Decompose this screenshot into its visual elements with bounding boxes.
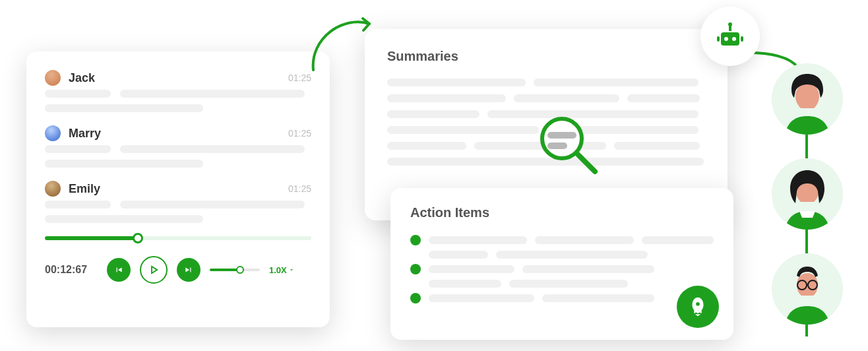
avatar (45, 125, 61, 141)
speaker-name: Jack (69, 71, 288, 85)
person-avatar (772, 253, 843, 325)
timestamp: 01:25 (288, 128, 311, 139)
svg-point-6 (732, 37, 736, 41)
avatar (45, 70, 61, 86)
progress-thumb[interactable] (133, 233, 143, 243)
ai-robot-badge (700, 7, 760, 66)
svg-point-8 (728, 22, 732, 26)
play-button[interactable] (140, 256, 168, 284)
transcript-card: Jack 01:25 Marry 01:25 Emily 01:25 00:12… (26, 51, 330, 327)
skip-prev-button[interactable] (107, 258, 131, 282)
rocket-button[interactable] (677, 286, 719, 328)
avatar (45, 181, 61, 197)
speaker-name: Marry (69, 127, 288, 141)
playback-progress[interactable] (45, 236, 311, 240)
action-items-card: Action Items (390, 188, 733, 340)
svg-rect-10 (741, 36, 743, 42)
bullet-icon (410, 235, 421, 245)
player-controls: 00:12:67 1.0X (45, 256, 311, 284)
rocket-icon (687, 296, 709, 318)
svg-rect-7 (729, 26, 731, 31)
bullet-icon (410, 293, 421, 303)
speaker-name: Emily (69, 182, 288, 196)
skip-next-button[interactable] (177, 258, 201, 282)
skip-prev-icon (114, 265, 123, 274)
arrow-connector (307, 12, 379, 71)
svg-point-5 (724, 37, 728, 41)
action-items-title: Action Items (410, 205, 714, 220)
svg-rect-4 (721, 32, 739, 46)
svg-rect-9 (717, 36, 720, 42)
summaries-title: Summaries (387, 49, 705, 64)
speed-selector[interactable]: 1.0X (269, 265, 295, 275)
transcript-entry: Marry 01:25 (45, 125, 311, 168)
timestamp: 01:25 (288, 73, 311, 83)
magnify-icon (536, 112, 602, 178)
skip-next-icon (184, 265, 193, 274)
svg-rect-1 (547, 132, 576, 139)
people-list (772, 63, 843, 325)
speed-label: 1.0X (269, 265, 287, 275)
timestamp: 01:25 (288, 183, 311, 194)
action-item-row (410, 264, 714, 274)
caret-down-icon (288, 267, 295, 273)
robot-icon (714, 20, 746, 52)
volume-slider[interactable] (210, 269, 260, 271)
bullet-icon (410, 264, 421, 274)
person-avatar (772, 63, 843, 135)
play-icon (148, 264, 160, 276)
person-avatar (772, 158, 843, 230)
transcript-entry: Jack 01:25 (45, 70, 311, 112)
action-item-row (410, 293, 714, 303)
current-time: 00:12:67 (45, 264, 98, 276)
svg-rect-2 (547, 143, 567, 149)
svg-line-3 (577, 154, 595, 172)
action-item-row (410, 235, 714, 245)
transcript-entry: Emily 01:25 (45, 181, 311, 223)
volume-thumb[interactable] (236, 266, 244, 274)
